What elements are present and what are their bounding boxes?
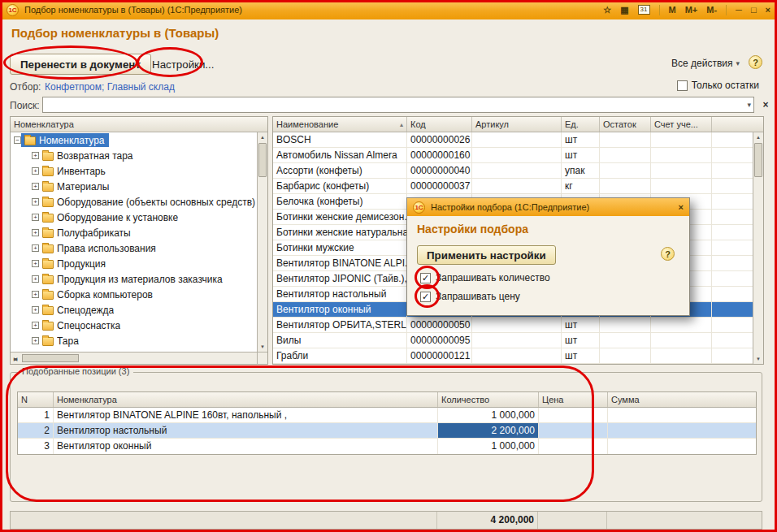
minimize-icon[interactable]: ─ <box>736 4 742 15</box>
help-button[interactable]: ? <box>661 247 675 261</box>
column-header-nomenclature[interactable]: Номенклатура <box>54 392 438 407</box>
memory-m-minus-button[interactable]: М- <box>706 4 717 15</box>
expand-icon[interactable]: + <box>32 183 39 190</box>
settings-button[interactable]: Настройки... <box>146 55 219 73</box>
scroll-right-icon[interactable]: ▶ <box>11 353 20 363</box>
scroll-up-icon[interactable]: ▲ <box>258 132 267 142</box>
column-header-name[interactable]: Наименование ▴ <box>273 117 407 132</box>
memory-m-plus-button[interactable]: М+ <box>685 4 698 15</box>
product-cell-filler <box>712 179 753 193</box>
column-header-code[interactable]: Код <box>407 117 472 132</box>
tree-item[interactable]: +Материалы <box>11 179 257 194</box>
column-header-stock[interactable]: Остаток <box>600 117 651 132</box>
all-actions-button[interactable]: Все действия ▾ <box>671 58 740 69</box>
column-header-price[interactable]: Цена <box>539 392 608 407</box>
folder-icon <box>42 291 54 300</box>
column-header-unit[interactable]: Ед. <box>562 117 600 132</box>
folder-icon <box>42 183 54 192</box>
product-cell-filler <box>712 148 753 162</box>
help-button[interactable]: ? <box>749 55 762 69</box>
product-row[interactable]: Ассорти (конфеты)00000000040упак <box>273 163 753 179</box>
tree-item[interactable]: +Спецоснастка <box>11 318 257 333</box>
product-row[interactable]: Барбарис (конфеты)00000000037кг <box>273 179 753 194</box>
calculator-icon[interactable]: ▦ <box>620 4 628 15</box>
calendar-icon[interactable]: 31 <box>638 5 650 15</box>
tree-vertical-scrollbar[interactable]: ▲ ▼ <box>257 132 267 352</box>
expand-icon[interactable]: + <box>32 322 39 329</box>
checkbox-checked-icon[interactable]: ✓ <box>420 292 431 302</box>
product-row[interactable]: Грабли00000000121шт <box>273 348 753 364</box>
checkbox-icon[interactable] <box>677 80 688 91</box>
close-icon[interactable]: × <box>679 202 684 212</box>
scroll-down-icon[interactable]: ▼ <box>753 354 763 364</box>
tree-item[interactable]: +Продукция <box>11 256 257 271</box>
product-row[interactable]: Вентилятор ОРБИТА,STERLI...00000000050шт <box>273 318 753 333</box>
only-stock-checkbox[interactable]: Только остатки <box>677 80 759 91</box>
column-header-n[interactable]: N <box>18 392 54 407</box>
scroll-up-icon[interactable]: ▲ <box>753 132 763 142</box>
apply-settings-button[interactable]: Применить настройки <box>417 245 556 265</box>
scrollbar-thumb[interactable] <box>22 354 79 362</box>
tree-item[interactable]: +Инвентарь <box>11 163 257 179</box>
expand-icon[interactable]: + <box>32 167 39 175</box>
tree-item[interactable]: +Сборка компьютеров <box>11 287 257 302</box>
tree-item-label: Полуфабрикаты <box>57 227 131 239</box>
memory-m-button[interactable]: М <box>669 4 676 15</box>
expand-icon[interactable]: + <box>32 198 39 205</box>
product-cell-name: Вентилятор ОРБИТА,STERLI... <box>273 318 407 332</box>
tree-item[interactable]: +Продукция из материалов заказчика <box>11 271 257 287</box>
picked-row[interactable]: 3Вентилятор оконный1 000,000 <box>18 439 756 454</box>
search-input[interactable] <box>42 97 754 113</box>
tree-item[interactable]: +Возвратная тара <box>11 148 257 163</box>
picked-row[interactable]: 1Вентилятор BINATONE ALPINE 160вт, напол… <box>18 408 756 423</box>
product-cell-name: Грабли <box>273 348 407 363</box>
collapse-icon[interactable]: − <box>14 136 21 144</box>
ask-price-checkbox[interactable]: ✓ Запрашивать цену <box>420 291 520 302</box>
column-header-label: Наименование <box>276 119 338 129</box>
chevron-down-icon[interactable]: ▾ <box>747 101 751 109</box>
tree-item[interactable]: +Оборудование (объекты основных средств) <box>11 194 257 210</box>
expand-icon[interactable]: + <box>32 214 39 221</box>
close-icon[interactable]: × <box>766 4 770 15</box>
tree-horizontal-scrollbar[interactable]: ◀ ▶ <box>11 352 257 364</box>
tree-root[interactable]: − Номенклатура <box>11 132 257 148</box>
tree-item[interactable]: +Спецодежда <box>11 302 257 318</box>
expand-icon[interactable]: + <box>32 275 39 283</box>
products-vertical-scrollbar[interactable]: ▲ ▼ <box>753 132 763 364</box>
column-header-quantity[interactable]: Количество <box>438 392 539 407</box>
scrollbar-thumb[interactable] <box>258 143 267 177</box>
column-header-article[interactable]: Артикул <box>472 117 562 132</box>
tree-item[interactable]: +Тара <box>11 333 257 348</box>
expand-icon[interactable]: + <box>32 244 39 252</box>
column-header-sum[interactable]: Сумма <box>608 392 756 407</box>
product-cell-account <box>651 132 712 147</box>
filter-value-link[interactable]: Конфетпром; Главный склад <box>45 81 175 93</box>
maximize-icon[interactable]: □ <box>751 4 757 15</box>
ask-quantity-checkbox[interactable]: ✓ Запрашивать количество <box>420 272 550 283</box>
tree-item[interactable]: +Права использования <box>11 240 257 256</box>
product-row[interactable]: Автомобиль Nissan Almera00000000160шт <box>273 148 753 163</box>
tree-item[interactable]: +Оборудование к установке <box>11 210 257 225</box>
tree-item[interactable]: +Полуфабрикаты <box>11 225 257 240</box>
expand-icon[interactable]: + <box>32 152 39 159</box>
product-row[interactable]: Вилы00000000095шт <box>273 333 753 348</box>
tree-item-label: Тара <box>57 335 79 347</box>
expand-icon[interactable]: + <box>32 337 39 344</box>
product-cell-account <box>651 148 712 162</box>
scrollbar-thumb[interactable] <box>754 143 762 177</box>
transfer-to-document-button[interactable]: Перенести в документ <box>10 54 151 75</box>
product-cell-account <box>651 318 712 332</box>
checkbox-checked-icon[interactable]: ✓ <box>420 273 431 283</box>
tree-body: − Номенклатура +Возвратная тара+Инвентар… <box>11 132 257 352</box>
expand-icon[interactable]: + <box>32 306 39 314</box>
clear-search-icon[interactable]: × <box>759 97 772 112</box>
expand-icon[interactable]: + <box>32 291 39 298</box>
favorites-star-icon[interactable]: ☆ <box>603 4 611 15</box>
scroll-down-icon[interactable]: ▼ <box>258 342 267 352</box>
expand-icon[interactable]: + <box>32 260 39 267</box>
picked-row[interactable]: 2Вентилятор настольный2 200,000 <box>18 423 756 439</box>
expand-icon[interactable]: + <box>32 229 39 236</box>
column-header-account[interactable]: Счет уче... <box>651 117 712 132</box>
product-row[interactable]: BOSCH00000000026шт <box>273 132 753 148</box>
product-cell-unit: упак <box>562 163 600 178</box>
